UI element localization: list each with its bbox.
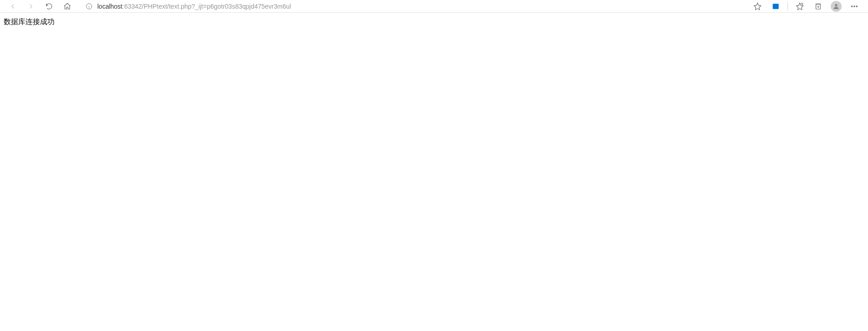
arrow-left-icon (9, 2, 17, 10)
svg-point-12 (835, 4, 837, 6)
divider (788, 2, 788, 10)
favorites-bar-button[interactable] (792, 1, 808, 12)
toolbar-right (749, 1, 865, 12)
star-icon (753, 2, 762, 10)
home-icon (63, 2, 71, 10)
url-path: :63342/PHPtext/text.php?_ijt=p6gotr03s83… (122, 3, 291, 10)
refresh-button[interactable] (42, 1, 56, 12)
nav-buttons (3, 1, 77, 12)
browser-toolbar: localhost:63342/PHPtext/text.php?_ijt=p6… (0, 0, 868, 13)
arrow-right-icon (27, 2, 35, 10)
collections-icon (814, 2, 822, 10)
forward-button[interactable] (24, 1, 38, 12)
status-message: 数据库连接成功 (4, 17, 864, 27)
profile-button[interactable] (831, 1, 842, 12)
url-text: localhost:63342/PHPtext/text.php?_ijt=p6… (97, 3, 291, 10)
page-content: 数据库连接成功 (0, 13, 868, 31)
back-button[interactable] (5, 1, 20, 12)
star-list-icon (796, 2, 804, 10)
favorite-button[interactable] (749, 1, 766, 12)
home-button[interactable] (60, 1, 75, 12)
reading-icon (772, 2, 780, 10)
person-icon (833, 3, 840, 10)
url-host: localhost (97, 3, 122, 10)
svg-point-15 (856, 5, 857, 6)
more-icon (850, 2, 858, 10)
svg-point-13 (852, 5, 853, 6)
refresh-icon (45, 2, 53, 10)
svg-point-14 (854, 5, 855, 6)
reading-view-button[interactable] (768, 1, 784, 12)
site-info-button[interactable] (85, 3, 93, 10)
info-icon (85, 3, 93, 10)
collections-button[interactable] (810, 1, 826, 12)
address-bar[interactable]: localhost:63342/PHPtext/text.php?_ijt=p6… (82, 1, 745, 12)
more-button[interactable] (846, 1, 863, 12)
